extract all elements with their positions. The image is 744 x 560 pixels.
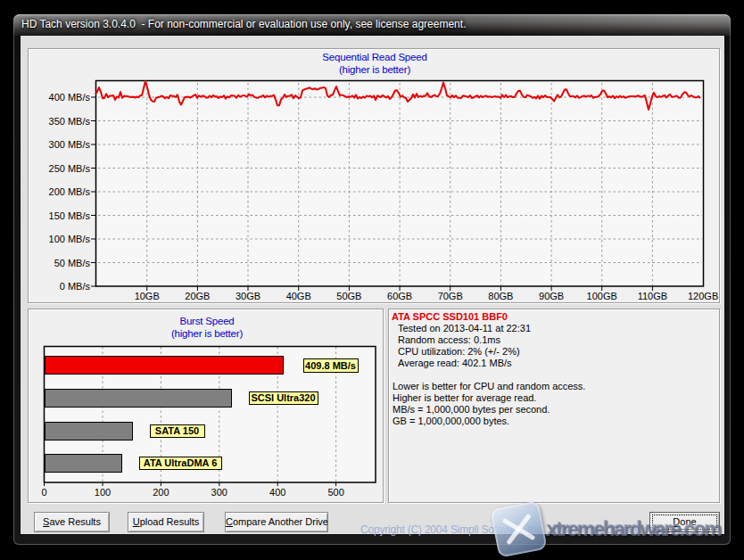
svg-text:110GB: 110GB: [638, 291, 667, 301]
svg-text:200: 200: [153, 487, 169, 498]
svg-text:300: 300: [211, 487, 227, 498]
svg-text:100 MB/s: 100 MB/s: [49, 234, 91, 244]
svg-text:400 MB/s: 400 MB/s: [49, 92, 91, 103]
svg-text:120GB: 120GB: [688, 291, 718, 301]
svg-text:409.8 MB/s: 409.8 MB/s: [305, 360, 356, 371]
svg-text:70GB: 70GB: [438, 291, 463, 301]
svg-text:(higher is better): (higher is better): [339, 64, 410, 75]
svg-text:50 MB/s: 50 MB/s: [54, 258, 91, 268]
svg-text:90GB: 90GB: [539, 291, 564, 301]
svg-text:60GB: 60GB: [387, 291, 412, 301]
svg-text:0 MB/s: 0 MB/s: [60, 281, 91, 292]
svg-text:(higher is better): (higher is better): [171, 328, 243, 339]
svg-text:100: 100: [95, 487, 111, 498]
svg-text:300 MB/s: 300 MB/s: [49, 139, 91, 150]
svg-text:Burst Speed: Burst Speed: [179, 316, 234, 326]
svg-text:350 MB/s: 350 MB/s: [49, 116, 91, 127]
svg-text:Sequential Read Speed: Sequential Read Speed: [322, 52, 426, 62]
svg-text:ATA UltraDMA 6: ATA UltraDMA 6: [144, 457, 218, 468]
svg-text:500: 500: [327, 487, 343, 498]
svg-text:30GB: 30GB: [236, 291, 260, 301]
svg-text:250 MB/s: 250 MB/s: [49, 163, 91, 174]
svg-text:SATA 150: SATA 150: [155, 425, 199, 436]
svg-text:10GB: 10GB: [135, 291, 160, 301]
svg-text:400: 400: [269, 487, 285, 498]
svg-text:200 MB/s: 200 MB/s: [49, 186, 91, 197]
svg-text:150 MB/s: 150 MB/s: [49, 210, 91, 221]
svg-text:100GB: 100GB: [587, 291, 617, 301]
svg-text:0: 0: [41, 487, 46, 498]
svg-text:SCSI Ultra320: SCSI Ultra320: [251, 392, 315, 403]
svg-text:80GB: 80GB: [488, 291, 513, 301]
svg-text:50GB: 50GB: [336, 291, 361, 301]
svg-text:20GB: 20GB: [185, 291, 210, 301]
svg-text:40GB: 40GB: [286, 291, 311, 301]
